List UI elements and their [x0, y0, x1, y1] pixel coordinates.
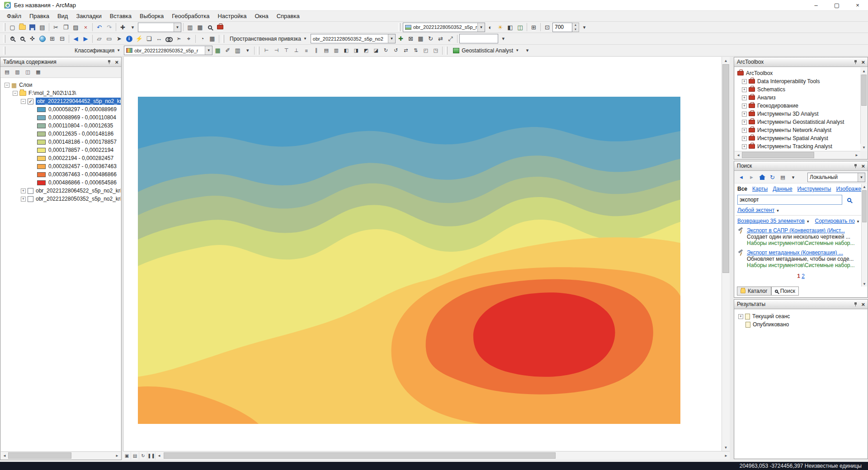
tree-item-toolbox[interactable]: + Schematics	[737, 85, 860, 94]
spin-down-icon[interactable]: ▼	[572, 27, 579, 32]
forward-extent-icon[interactable]: ▶	[81, 34, 90, 43]
shift-raster-icon[interactable]: ⇄	[436, 34, 445, 43]
list-by-source-icon[interactable]: ▥	[13, 67, 22, 77]
chevron-down-icon[interactable]: ▾	[788, 173, 798, 182]
auto-registration-icon[interactable]: ⊠	[406, 34, 415, 43]
distribute-vertical-icon[interactable]: ▥	[331, 46, 341, 55]
result-title[interactable]: Экспорт в САПР (Конвертация) (Инст...	[747, 227, 854, 234]
tree-item-layer-selected[interactable]: − ✓ obr_20221229044452_s5p_no2_krigi	[1, 97, 121, 105]
brightness-icon[interactable]: ☀	[495, 23, 505, 32]
cut-icon[interactable]: ✂	[51, 23, 61, 32]
training-samples-icon[interactable]: ▦	[213, 46, 222, 55]
toolbar-grip[interactable]	[257, 47, 259, 55]
delete-icon[interactable]: ×	[81, 23, 90, 32]
redo-icon[interactable]: ↷	[104, 23, 114, 32]
same-height-icon[interactable]: ◩	[361, 46, 371, 55]
tab-maps[interactable]: Карты	[752, 186, 768, 192]
legend-swatch[interactable]	[37, 156, 46, 161]
scale-raster-icon[interactable]: ⤢	[446, 34, 455, 43]
pin-icon[interactable]	[854, 164, 858, 169]
toolbar-options-icon[interactable]: ▾	[523, 46, 532, 55]
tree-item-layer[interactable]: + obr_20221228064522_s5p_no2_krigi	[1, 187, 121, 195]
tree-item-folder[interactable]: − F:\mol_2_N02\1\13\	[1, 89, 121, 97]
rotate-right-icon[interactable]: ↻	[381, 46, 391, 55]
toolbar-grip[interactable]	[3, 23, 5, 31]
group-icon[interactable]: ◪	[371, 46, 381, 55]
full-extent-icon[interactable]	[38, 34, 47, 43]
tree-item-toolbox[interactable]: + Инструменты Geostatistical Analyst	[737, 118, 860, 126]
align-right-icon[interactable]: ⊣	[272, 46, 281, 55]
tree-item-current-session[interactable]: + Текущий сеанс	[738, 312, 867, 320]
paste-icon[interactable]: ▨	[71, 23, 80, 32]
tree-item-toolbox[interactable]: + Инструменты 3D Analyst	[737, 110, 860, 118]
toolbar-grip[interactable]	[3, 47, 5, 55]
scroll-up-icon[interactable]: ▲	[862, 184, 867, 189]
menu-customize[interactable]: Настройка	[213, 11, 250, 21]
back-icon[interactable]: ◄	[736, 173, 746, 182]
toolbar-grip[interactable]	[222, 35, 224, 43]
result-path[interactable]: Наборы инструментов\Системные набор...	[747, 262, 854, 268]
grid-icon[interactable]: ⊞	[529, 23, 538, 32]
collapse-icon[interactable]: −	[5, 83, 9, 88]
scroll-up-icon[interactable]: ▲	[860, 67, 868, 75]
search-result[interactable]: Экспорт в САПР (Конвертация) (Инст... Со…	[735, 226, 867, 248]
toolbar-grip[interactable]	[398, 23, 401, 31]
search-input[interactable]	[737, 195, 842, 205]
rotation-angle-input[interactable]	[459, 34, 498, 43]
search-vertical-scrollbar[interactable]: ▲ ▼	[861, 184, 867, 287]
copy-icon[interactable]: ❐	[61, 23, 71, 32]
sort-by-link[interactable]: Сортировать по	[815, 218, 855, 224]
time-slider-icon[interactable]: ◔	[198, 34, 207, 43]
chevron-down-icon[interactable]: ▼	[388, 34, 395, 43]
order-front-icon[interactable]: ◰	[421, 46, 430, 55]
selected-layer-label[interactable]: obr_20221229044452_s5p_no2_krigi	[36, 98, 121, 105]
align-middle-icon[interactable]: ∥	[311, 46, 321, 55]
scroll-up-icon[interactable]: ▲	[722, 57, 730, 64]
tab-catalog[interactable]: Каталог	[737, 287, 771, 296]
forward-icon[interactable]: ►	[747, 173, 756, 182]
flip-vertical-icon[interactable]: ⇅	[411, 46, 420, 55]
select-elements-icon[interactable]: ➤	[114, 34, 124, 43]
menu-help[interactable]: Справка	[273, 11, 304, 21]
open-document-icon[interactable]	[18, 23, 27, 32]
search-scope-combo[interactable]: Локальный ▼	[807, 173, 865, 182]
chevron-down-icon[interactable]: ▼	[477, 23, 485, 32]
expand-icon[interactable]: +	[742, 103, 747, 108]
tree-item-root[interactable]: ArcToolbox	[737, 69, 860, 77]
arctoolbox-vertical-scrollbar[interactable]: ▲ ▼	[860, 67, 867, 151]
find-route-icon[interactable]: ➣	[174, 34, 184, 43]
georeferencing-layer-combo[interactable]: obr_20221228050352_s5p_no2 ▼	[311, 34, 396, 43]
refresh-view-icon[interactable]: ↻	[139, 452, 147, 460]
page-2[interactable]: 2	[802, 273, 805, 279]
undo-icon[interactable]: ↶	[94, 23, 104, 32]
fixed-zoom-out-icon[interactable]: ⊟	[57, 34, 67, 43]
layer-checkbox-checked[interactable]: ✓	[28, 99, 33, 104]
tree-item-toolbox[interactable]: + Анализ	[737, 94, 860, 102]
classification-menu-button[interactable]: Классификация ▼	[71, 46, 123, 56]
identify-icon[interactable]: i	[124, 34, 134, 43]
expand-icon[interactable]: +	[742, 95, 747, 100]
scroll-down-icon[interactable]: ▼	[722, 444, 730, 451]
tree-item-toolbox[interactable]: + Геокодирование	[737, 102, 860, 110]
list-by-drawing-order-icon[interactable]: ▤	[2, 67, 12, 77]
scroll-right-icon[interactable]: ►	[722, 452, 730, 459]
toolbar-options-icon[interactable]: ▾	[499, 34, 508, 43]
select-features-icon[interactable]: ▱	[94, 34, 104, 43]
pin-icon[interactable]	[107, 60, 112, 65]
hyperlink-icon[interactable]: ⚡	[134, 34, 144, 43]
menu-windows[interactable]: Окна	[250, 11, 272, 21]
expand-icon[interactable]: +	[742, 144, 747, 149]
expand-icon[interactable]: +	[21, 188, 26, 193]
returned-count-link[interactable]: Возвращено 35 элементов	[737, 218, 805, 224]
tab-search[interactable]: Поиск	[771, 287, 799, 296]
pin-icon[interactable]	[854, 302, 858, 307]
tree-item-toolbox[interactable]: + Data Interoperability Tools	[737, 77, 860, 85]
pan-view-icon[interactable]: ⊡	[542, 23, 552, 32]
expand-icon[interactable]: +	[742, 120, 747, 125]
open-attribute-table-icon[interactable]: ▦	[208, 34, 217, 43]
legend-swatch[interactable]	[37, 107, 46, 112]
legend-swatch[interactable]	[37, 164, 46, 169]
catalog-window-icon[interactable]: ▦	[195, 23, 205, 32]
menu-geoprocessing[interactable]: Геообработка	[168, 11, 213, 21]
back-extent-icon[interactable]: ◀	[71, 34, 80, 43]
